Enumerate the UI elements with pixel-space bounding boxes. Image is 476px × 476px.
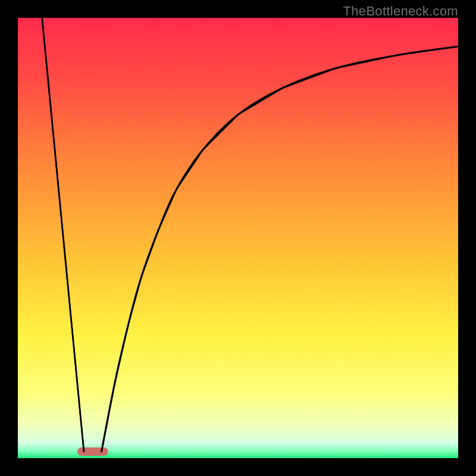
plot-area: [18, 18, 458, 458]
bottleneck-curve: [18, 18, 458, 458]
watermark-text: TheBottleneck.com: [343, 4, 458, 19]
chart-frame: TheBottleneck.com: [0, 0, 476, 476]
